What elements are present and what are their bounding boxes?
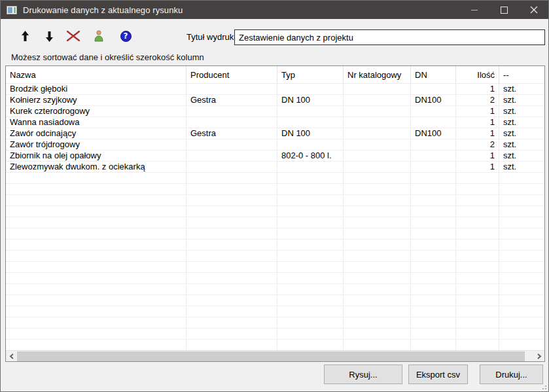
- column-header[interactable]: Nazwa: [6, 66, 186, 83]
- table-cell: [411, 106, 456, 116]
- table-row[interactable]: Wanna nasiadowa1szt.: [6, 117, 544, 128]
- table-cell: [411, 340, 456, 350]
- rysuj-button[interactable]: Rysuj...: [324, 365, 402, 384]
- table-cell: [456, 273, 499, 283]
- minimize-button[interactable]: [460, 1, 489, 19]
- scroll-left-icon[interactable]: [6, 351, 17, 362]
- grid-body: Brodzik głęboki1szt.Kołnierz szyjkowyGes…: [6, 84, 544, 351]
- delete-icon[interactable]: [67, 29, 80, 43]
- drukuj-button[interactable]: Drukuj...: [480, 365, 543, 384]
- table-cell: szt.: [499, 95, 544, 105]
- table-cell: [344, 184, 411, 194]
- table-cell: szt.: [499, 106, 544, 116]
- table-cell: [277, 139, 344, 150]
- table-cell: [344, 117, 411, 128]
- scrollbar-thumb[interactable]: [17, 351, 525, 361]
- table-cell: [277, 84, 344, 94]
- table-row[interactable]: Zbiornik na olej opałowy802-0 - 800 l.1s…: [6, 151, 544, 162]
- close-button[interactable]: [519, 1, 548, 19]
- table-cell: [186, 340, 277, 350]
- table-cell: [499, 262, 544, 272]
- table-cell: 2: [456, 139, 499, 150]
- print-title-input[interactable]: [234, 29, 545, 45]
- table-cell: [6, 317, 186, 328]
- move-down-icon[interactable]: [43, 29, 56, 43]
- table-cell: [456, 340, 499, 350]
- help-glyph: ?: [120, 31, 132, 42]
- scroll-right-icon[interactable]: [533, 351, 544, 362]
- empty-row: [6, 262, 544, 273]
- table-cell: [411, 151, 456, 161]
- table-cell: DN100: [411, 128, 456, 139]
- user-icon[interactable]: [92, 29, 105, 43]
- table-cell: [186, 84, 277, 94]
- table-cell: Gestra: [186, 95, 277, 105]
- column-header[interactable]: --: [499, 66, 544, 83]
- table-cell: [499, 251, 544, 261]
- column-header[interactable]: Ilość: [456, 66, 499, 83]
- table-cell: [6, 329, 186, 339]
- maximize-button[interactable]: [489, 1, 519, 19]
- table-cell: Brodzik głęboki: [6, 84, 186, 94]
- table-row[interactable]: Kurek czterodrogowy1szt.: [6, 106, 544, 117]
- table-cell: [6, 251, 186, 261]
- table-cell: [186, 295, 277, 306]
- table-row[interactable]: Zawór trójdrogowy2szt.: [6, 139, 544, 151]
- table-cell: 1: [456, 151, 499, 161]
- table-cell: [277, 173, 344, 183]
- table-cell: 802-0 - 800 l.: [277, 151, 344, 161]
- help-icon[interactable]: ?: [119, 29, 132, 43]
- move-up-icon[interactable]: [18, 29, 31, 43]
- table-row[interactable]: Kołnierz szyjkowyGestraDN 100DN1002szt.: [6, 95, 544, 106]
- table-cell: [499, 184, 544, 194]
- column-header[interactable]: DN: [411, 66, 456, 83]
- table-cell: DN 100: [277, 128, 344, 139]
- table-cell: szt.: [499, 128, 544, 139]
- table-cell: [344, 173, 411, 183]
- table-cell: [456, 217, 499, 228]
- table-row[interactable]: Zawór odcinającyGestraDN 100DN1001szt.: [6, 128, 544, 139]
- table-cell: [277, 162, 344, 172]
- table-cell: 1: [456, 128, 499, 139]
- table-cell: [186, 162, 277, 172]
- table-cell: [344, 139, 411, 150]
- empty-row: [6, 173, 544, 184]
- table-cell: [411, 162, 456, 172]
- table-cell: [277, 240, 344, 250]
- table-cell: [6, 217, 186, 228]
- table-row[interactable]: Brodzik głęboki1szt.: [6, 84, 544, 95]
- table-cell: [277, 251, 344, 261]
- resize-grip[interactable]: [540, 383, 546, 389]
- column-header[interactable]: Typ: [277, 66, 344, 83]
- table-row[interactable]: Zlewozmywak dwukom. z ociekarką1szt.: [6, 162, 544, 173]
- table-cell: [411, 84, 456, 94]
- table-cell: 1: [456, 117, 499, 128]
- table-cell: [277, 184, 344, 194]
- empty-row: [6, 240, 544, 251]
- table-cell: [6, 284, 186, 294]
- table-cell: [6, 240, 186, 250]
- empty-row: [6, 251, 544, 262]
- table-cell: [277, 273, 344, 283]
- column-header[interactable]: Nr katalogowy: [344, 66, 411, 83]
- table-cell: szt.: [499, 139, 544, 150]
- table-cell: [277, 306, 344, 317]
- table-cell: [186, 329, 277, 339]
- table-cell: [6, 273, 186, 283]
- table-cell: [344, 306, 411, 317]
- empty-row: [6, 340, 544, 351]
- table-cell: [344, 195, 411, 205]
- column-header[interactable]: Producent: [186, 66, 277, 83]
- table-cell: Zlewozmywak dwukom. z ociekarką: [6, 162, 186, 172]
- table-cell: Kurek czterodrogowy: [6, 106, 186, 116]
- eksport-csv-button[interactable]: Eksport csv: [408, 365, 468, 384]
- table-cell: [277, 317, 344, 328]
- table-cell: [499, 295, 544, 306]
- table-cell: [344, 251, 411, 261]
- empty-row: [6, 329, 544, 340]
- table-cell: [411, 173, 456, 183]
- table-cell: [186, 262, 277, 272]
- table-cell: [499, 306, 544, 317]
- table-cell: [456, 295, 499, 306]
- table-cell: [499, 217, 544, 228]
